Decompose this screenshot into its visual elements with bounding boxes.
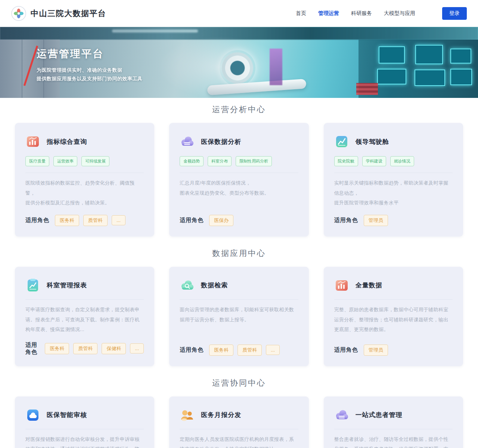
card-description: 完整、原始的患者数据库，数据中心可用于辅助科室运营分析、整理报告；也可辅助科研课… <box>334 305 453 338</box>
card-insurance-smart-audit[interactable]: 医保智能审核 对医保报销数据进行自动化审核分发，提升申诉审核效率和准确性。通过算… <box>15 396 154 448</box>
card-title: 医保智能审核 <box>47 411 87 419</box>
roles-label: 适用角色 <box>334 346 358 353</box>
hero-art-screen <box>450 49 471 64</box>
role-tag: 医务科 <box>209 345 233 356</box>
section-data-application: 数据应用中心 科室管理报表 可申请医疗数据查询，自定义 <box>0 248 478 366</box>
card-description: 对医保报销数据进行自动化审核分发，提升申诉审核效率和准确性。通过算法识别不规范或… <box>25 435 144 448</box>
cloud-purple-icon <box>180 134 195 149</box>
feature-tags: 院史院貌 学科建设 就诊情况 <box>334 156 453 166</box>
card-header: 领导驾驶舱 <box>334 134 453 149</box>
role-tag: 质管科 <box>73 343 97 354</box>
card-description: 实时显示关键指标和数据趋势，帮助决策者及时掌握信息动态， 提升医院管理效率和服务… <box>334 178 453 208</box>
cloud-search-icon <box>180 278 195 293</box>
divider <box>334 299 453 300</box>
divider <box>180 173 298 173</box>
role-tag-more: ... <box>112 215 125 225</box>
card-leadership-cockpit[interactable]: 领导驾驶舱 院史院貌 学科建设 就诊情况 实时显示关键指标和数据趋势，帮助决策者… <box>324 123 463 237</box>
role-tag: 质管科 <box>238 345 262 356</box>
report-chart-icon <box>25 278 40 293</box>
card-title: 医务月报分发 <box>201 411 241 419</box>
card-one-stop-patient-management[interactable]: 一站式患者管理 整合患者就诊、治疗、随访等全过程数据，提供个性化服务。系统提升患… <box>324 396 463 448</box>
feature-tag: 可持续发展 <box>81 156 109 166</box>
card-full-data[interactable]: 全量数据 完整、原始的患者数据库，数据中心可用于辅助科室运营分析、整理报告；也可… <box>324 267 463 366</box>
desc-line: 完整、原始的患者数据库，数据中心可用于辅助科室运营分析、整理报告；也可辅助科研课… <box>334 305 453 335</box>
card-title: 全量数据 <box>356 281 382 290</box>
desc-line: 面向运营管理的患者数据库，职能科室可获取相关数据用于运营分析、数据上报等。 <box>180 305 298 325</box>
feature-tag: 医疗质量 <box>25 156 49 166</box>
card-title: 指标综合查询 <box>47 138 87 146</box>
feature-tags: 医疗质量 运营效率 可持续发展 <box>25 156 144 166</box>
roles-row: 适用角色 医保办 <box>180 215 298 226</box>
role-tag: 医务科 <box>55 215 79 226</box>
card-monthly-report-distribution[interactable]: 医务月报分发 定期向医务人员发送医院或医疗机构的月度报表，系统支持自动化分发、个… <box>169 396 308 448</box>
roles-row: 适用角色 医务科 质管科 保健科 ... <box>25 342 144 356</box>
divider <box>180 299 298 300</box>
divider <box>25 299 144 300</box>
section-operations-analysis: 运营分析中心 指标综合查询 医疗质量 <box>0 104 478 237</box>
card-indicator-query[interactable]: 指标综合查询 医疗质量 运营效率 可持续发展 医院绩效指标的数据监控、趋势变化分… <box>15 123 154 237</box>
cloud-blue-icon <box>25 408 40 423</box>
card-description: 面向运营管理的患者数据库，职能科室可获取相关数据用于运营分析、数据上报等。 <box>180 305 298 338</box>
login-button[interactable]: 登录 <box>442 7 467 20</box>
card-grid: 科室管理报表 可申请医疗数据查询，自定义制表需求，提交制表申请。报表生产后，可查… <box>0 267 478 366</box>
desc-line: 汇总月度/年度的医保拒保情况， <box>180 178 298 188</box>
hero-subtitle-line: 为医院管理提供实时、准确的业务数据 <box>37 66 143 75</box>
section-heading: 数据应用中心 <box>0 248 478 259</box>
nav-item-research[interactable]: 科研服务 <box>351 10 372 17</box>
top-navbar: 中山三院大数据平台 首页 管理运营 科研服务 大模型与应用 登录 <box>0 0 478 27</box>
hero-subtitle-line: 提供数据应用服务以及支持部门协同的效率工具 <box>37 75 143 83</box>
people-icon <box>180 408 195 423</box>
hero-text-block: 运营管理平台 为医院管理提供实时、准确的业务数据 提供数据应用服务以及支持部门协… <box>37 47 143 83</box>
brand-title: 中山三院大数据平台 <box>31 8 106 19</box>
card-description: 整合患者就诊、治疗、随访等全过程数据，提供个性化服务。系统提升患者体验、优化医疗… <box>334 435 453 448</box>
card-title: 科室管理报表 <box>47 281 87 290</box>
card-department-reports[interactable]: 科室管理报表 可申请医疗数据查询，自定义制表需求，提交制表申请。报表生产后，可查… <box>15 267 154 366</box>
desc-line: 对医保报销数据进行自动化审核分发，提升申诉审核效率和准确性。通过算法识别不规范或… <box>25 435 144 448</box>
divider <box>180 429 298 429</box>
nav-item-llm-apps[interactable]: 大模型与应用 <box>384 10 415 17</box>
role-tag-more: ... <box>266 345 280 355</box>
hero-art-screen <box>415 69 445 86</box>
card-description: 可申请医疗数据查询，自定义制表需求，提交制表申请。报表生产后，可查询及下载。制作… <box>25 305 144 335</box>
card-title: 医保数据分析 <box>201 138 241 146</box>
feature-tag: 限制性用药分析 <box>236 156 272 166</box>
role-tag-more: ... <box>130 343 144 353</box>
card-header: 医务月报分发 <box>180 408 298 423</box>
section-operations-collaboration: 运营协同中心 医保智能审核 <box>0 377 478 448</box>
card-description: 定期向医务人员发送医院或医疗机构的月度报表，系统支持自动化分发、个性化定制和数据… <box>180 435 298 448</box>
bar-chart-icon <box>334 278 349 293</box>
desc-line: 定期向医务人员发送医院或医疗机构的月度报表，系统支持自动化分发、个性化定制和数据… <box>180 435 298 448</box>
roles-label: 适用角色 <box>180 217 204 224</box>
desc-line: 提供分析模型及汇总报告，辅助决策。 <box>25 198 144 208</box>
nav-item-operations[interactable]: 管理运营 <box>318 10 339 17</box>
card-header: 科室管理报表 <box>25 278 144 293</box>
card-header: 数据检索 <box>180 278 298 293</box>
card-title: 一站式患者管理 <box>356 411 403 419</box>
hero-banner: 运营管理平台 为医院管理提供实时、准确的业务数据 提供数据应用服务以及支持部门协… <box>0 27 478 98</box>
card-insurance-analysis[interactable]: 医保数据分析 金额趋势 科室分布 限制性用药分析 汇总月度/年度的医保拒保情况，… <box>169 123 308 237</box>
role-tag: 保健科 <box>102 343 126 354</box>
card-header: 全量数据 <box>334 278 453 293</box>
hero-art-shape <box>356 83 378 95</box>
hero-art-screen <box>379 46 405 64</box>
feature-tags: 金额趋势 科室分布 限制性用药分析 <box>180 156 298 166</box>
divider <box>25 429 144 429</box>
feature-tag: 院史院貌 <box>334 156 358 166</box>
feature-tag: 金额趋势 <box>180 156 204 166</box>
card-data-search[interactable]: 数据检索 面向运营管理的患者数据库，职能科室可获取相关数据用于运营分析、数据上报… <box>169 267 308 366</box>
role-tag: 质管科 <box>83 215 108 226</box>
nav-item-home[interactable]: 首页 <box>296 10 306 17</box>
card-header: 医保智能审核 <box>25 408 144 423</box>
brand-home-link[interactable]: 中山三院大数据平台 <box>11 6 106 21</box>
desc-line: 整合患者就诊、治疗、随访等全过程数据，提供个性化服务。系统提升患者体验、优化医疗… <box>334 435 453 448</box>
role-tag: 医保办 <box>209 215 233 226</box>
roles-label: 适用角色 <box>25 342 39 356</box>
card-header: 一站式患者管理 <box>334 408 453 423</box>
divider <box>25 173 144 173</box>
roles-row: 适用角色 管理员 <box>334 215 453 226</box>
desc-line: 图表化呈现趋势变化、类型分布等数据。 <box>180 188 298 198</box>
feature-tag: 科室分布 <box>208 156 232 166</box>
roles-label: 适用角色 <box>25 217 49 224</box>
hero-art-shape <box>270 49 282 85</box>
roles-row: 适用角色 医务科 质管科 ... <box>25 215 144 226</box>
